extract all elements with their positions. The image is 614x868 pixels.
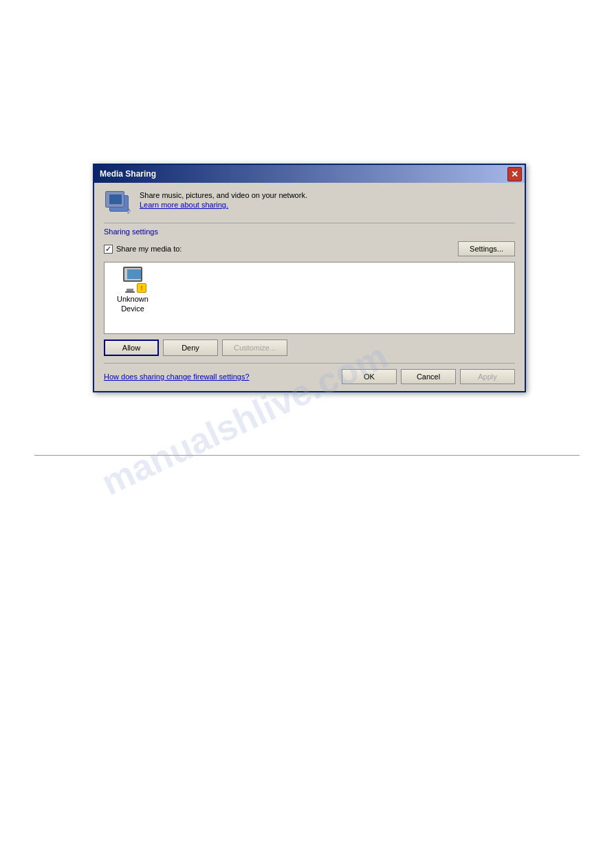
monitor-base — [125, 291, 135, 293]
dialog-body: ♪ Share music, pictures, and video on yo… — [94, 183, 525, 391]
info-main-text: Share music, pictures, and video on your… — [140, 191, 307, 199]
footer-row: How does sharing change firewall setting… — [104, 369, 515, 384]
media-icon: ♪ — [104, 191, 131, 216]
media-icon-front — [105, 191, 124, 208]
device-name: Unknown Device — [117, 294, 149, 314]
media-icon-note: ♪ — [127, 205, 131, 216]
media-icon-screen — [109, 194, 122, 204]
warning-badge: ! — [137, 283, 146, 293]
close-button[interactable]: ✕ — [507, 167, 522, 181]
top-separator — [104, 223, 515, 223]
monitor-body — [123, 267, 142, 282]
customize-button[interactable]: Customize... — [222, 340, 287, 356]
allow-button[interactable]: Allow — [104, 340, 159, 356]
share-label: Share my media to: — [116, 245, 182, 253]
bottom-separator — [104, 363, 515, 364]
firewall-settings-link[interactable]: How does sharing change firewall setting… — [104, 372, 250, 381]
deny-button[interactable]: Deny — [163, 340, 218, 356]
media-sharing-dialog: Media Sharing ✕ ♪ Share music, pictures,… — [93, 164, 526, 392]
dialog-title: Media Sharing — [100, 169, 156, 179]
apply-button[interactable]: Apply — [460, 369, 515, 384]
title-bar: Media Sharing ✕ — [94, 165, 525, 183]
device-item[interactable]: ! Unknown Device — [109, 267, 157, 314]
page-divider — [34, 455, 580, 456]
ok-button[interactable]: OK — [342, 369, 397, 384]
action-buttons: Allow Deny Customize... — [104, 340, 515, 356]
info-text: Share music, pictures, and video on your… — [140, 191, 307, 209]
share-row: ✓ Share my media to: Settings... — [104, 241, 515, 256]
info-section: ♪ Share music, pictures, and video on yo… — [104, 191, 515, 216]
learn-more-link[interactable]: Learn more about sharing. — [140, 201, 307, 209]
cancel-button[interactable]: Cancel — [401, 369, 456, 384]
device-icon: ! — [120, 267, 145, 291]
share-checkbox[interactable]: ✓ — [104, 245, 113, 254]
device-listbox: ! Unknown Device — [104, 262, 515, 334]
footer-buttons: OK Cancel Apply — [342, 369, 515, 384]
monitor-screen — [127, 269, 141, 279]
sharing-settings-label: Sharing settings — [104, 227, 515, 236]
settings-button[interactable]: Settings... — [458, 241, 515, 256]
share-checkbox-row: ✓ Share my media to: — [104, 245, 182, 254]
